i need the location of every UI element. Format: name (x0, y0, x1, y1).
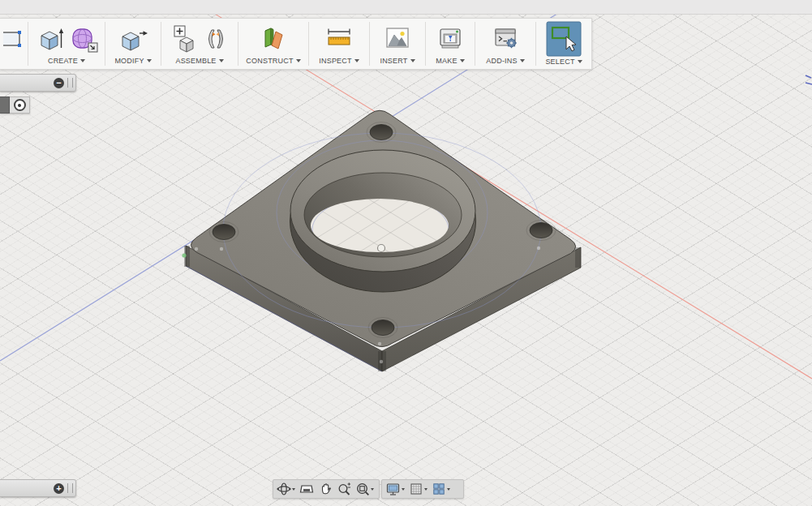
toolbar-group-modify: MODIFY (105, 19, 161, 69)
zoom-icon (337, 482, 351, 496)
toolbar-group-insert: INSERT (370, 19, 425, 69)
joint-icon[interactable] (202, 24, 230, 54)
construction-plane-icon[interactable] (259, 24, 288, 54)
addins-menu[interactable]: ADD-INS (486, 56, 524, 66)
orbit-button[interactable] (277, 482, 295, 496)
sketch-rectangle-icon[interactable] (3, 24, 24, 54)
chevron-down-icon (371, 488, 374, 491)
scripts-addins-icon[interactable] (491, 24, 520, 54)
toolbar-group-assemble: ASSEMBLE (161, 19, 238, 69)
chevron-down-icon (219, 59, 224, 62)
toolbar-group-make: MAKE (426, 19, 475, 69)
timeline-expand-button[interactable]: + (54, 483, 64, 494)
toolbar-group-construct: CONSTRUCT (238, 19, 308, 69)
timeline-panel-collapsed-bar[interactable]: + (0, 479, 76, 497)
green-vertex-dot (182, 253, 186, 257)
viewports-icon (432, 482, 446, 496)
display-settings-bar (381, 479, 464, 499)
chevron-down-icon (292, 488, 295, 491)
toolbar-group-addins: ADD-INS (475, 19, 535, 69)
insert-image-icon[interactable] (383, 24, 412, 54)
display-settings-button[interactable] (385, 482, 405, 496)
pan-button[interactable] (318, 482, 333, 496)
grid-layout-button[interactable] (409, 482, 427, 496)
chevron-down-icon (354, 59, 359, 62)
zoom-fit-icon (355, 482, 370, 496)
chevron-down-icon (520, 59, 525, 62)
chevron-down-icon (447, 488, 450, 491)
zoom-button[interactable] (337, 482, 351, 496)
orbit-icon (277, 482, 291, 496)
toolbar-group-sketch-stub (0, 19, 28, 69)
extrude-icon[interactable] (35, 24, 66, 54)
ring-through-hole (311, 199, 449, 252)
pan-hand-icon (318, 482, 333, 496)
chevron-down-icon (296, 59, 301, 62)
assemble-menu[interactable]: ASSEMBLE (175, 56, 223, 66)
fusion360-window: CREATE MODIFY (0, 0, 812, 506)
main-toolbar: CREATE MODIFY (0, 18, 592, 70)
navigation-bar (273, 479, 380, 499)
look-at-icon (299, 482, 314, 496)
select-window-icon[interactable] (546, 21, 582, 57)
timeline-grip-handle[interactable] (67, 483, 73, 493)
viewports-button[interactable] (432, 482, 450, 496)
application-top-strip (0, 0, 812, 15)
browser-grip-handle[interactable] (67, 78, 73, 88)
make-menu[interactable]: MAKE (436, 56, 464, 66)
browser-collapse-button[interactable]: − (54, 78, 64, 88)
insert-menu[interactable]: INSERT (380, 56, 415, 66)
chevron-down-icon (147, 59, 152, 62)
right-edge-glyph (806, 75, 812, 84)
model-scene (0, 0, 812, 506)
select-menu[interactable]: SELECT (545, 57, 582, 66)
toolbar-group-create: CREATE (28, 19, 105, 69)
part-body[interactable] (182, 110, 581, 371)
inspect-menu[interactable]: INSPECT (319, 56, 359, 66)
grid-icon (409, 482, 423, 496)
new-component-icon[interactable] (170, 24, 200, 54)
browser-panel-collapsed-bar[interactable]: − (0, 74, 76, 92)
toolbar-group-select: SELECT (536, 19, 591, 69)
chevron-down-icon (578, 60, 582, 63)
toolbar-group-inspect: INSPECT (309, 19, 369, 69)
construct-menu[interactable]: CONSTRUCT (246, 56, 300, 66)
measure-icon[interactable] (324, 24, 354, 54)
radio-origin-icon[interactable] (14, 99, 26, 111)
browser-item-thumb (0, 96, 10, 114)
chevron-down-icon (402, 488, 405, 491)
3d-print-icon[interactable] (436, 24, 465, 54)
display-settings-icon (385, 482, 401, 496)
chevron-down-icon (410, 59, 415, 62)
modify-menu[interactable]: MODIFY (114, 56, 151, 66)
browser-item-stub[interactable] (0, 96, 30, 114)
look-at-button[interactable] (299, 482, 314, 496)
origin-point-marker (378, 245, 385, 252)
create-form-icon[interactable] (68, 24, 99, 54)
zoom-fit-button[interactable] (355, 482, 374, 496)
create-menu[interactable]: CREATE (48, 56, 85, 66)
chevron-down-icon (80, 59, 85, 62)
chevron-down-icon (460, 59, 465, 62)
chevron-down-icon (424, 488, 427, 491)
press-pull-icon[interactable] (118, 24, 148, 54)
